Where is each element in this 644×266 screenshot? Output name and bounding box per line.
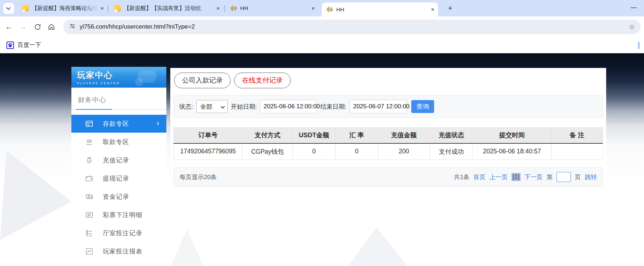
prev-page-link[interactable]: 上一页 [489,173,508,181]
cell-submit-time: 2025-06-06 18:40:57 [473,143,551,160]
withdraw-hand-icon [85,138,94,146]
chevron-right-icon: › [157,119,159,128]
sidebar-item-funds-records[interactable]: 资金记录 [71,187,166,206]
tab-close-icon[interactable]: × [311,5,315,11]
list-boxes-icon [85,229,94,237]
page-jump-input[interactable] [557,172,571,182]
cell-usdt-amount: 0 [292,143,335,160]
section-underline [71,109,166,110]
back-icon[interactable]: ← [4,22,14,31]
status-label: 状态: [179,103,193,111]
scrollbar-thumb[interactable] [638,42,640,49]
player-center-sidebar: 玩家中心 PLAYERS CENTER 财务中心 存款专区 › 取款专区 [71,67,166,266]
start-date-label: 开始日期: [231,103,257,111]
col-submit-time: 提交时间 [473,128,551,143]
reload-icon[interactable] [33,22,42,31]
forward-icon[interactable]: → [18,22,27,31]
webpage: 玩家中心 PLAYERS CENTER 财务中心 存款专区 › 取款专区 [0,53,644,266]
sidebar-header: 玩家中心 PLAYERS CENTER [71,67,166,88]
table-row: 1749206457796095 CGPay钱包 0 0 200 支付成功 20… [174,143,603,160]
payment-records-table: 订单号 支付方式 USDT金额 汇 率 充值金额 充值状态 提交时间 备 注 1… [173,127,603,160]
browser-tab-1[interactable]: 【新提醒】海燕策略论坛综合交 × [17,0,107,16]
filter-bar: 状态: 全部 开始日期: 2025-06-06 12:00:00 结束日期: 2… [173,95,603,118]
tab-title: HH [336,6,429,13]
start-date-input[interactable]: 2025-06-06 12:00:00 [260,100,317,113]
tab-separator [108,5,109,12]
forum-favicon-icon [22,5,29,11]
bookmark-star-icon[interactable]: ☆ [629,23,635,31]
sidebar-item-player-bet-report[interactable]: 玩家投注报表 [71,242,166,260]
tab-close-icon[interactable]: × [216,5,220,11]
cell-payment-method: CGPay钱包 [242,143,293,160]
browser-tab-3[interactable]: HH × [226,0,318,16]
new-tab-button[interactable]: + [445,3,456,14]
query-button[interactable]: 查询 [411,100,434,113]
pagination-controls: 共1条 首页 上一页 [1] 下一页 第 页 跳转 [454,172,597,182]
screen: 【新提醒】海燕策略论坛综合交 × 【新提醒】【实战有奖】活动统 × HH × H… [0,0,644,266]
sidebar-item-withdrawal-records[interactable]: 提现记录 [71,169,166,187]
jump-prefix-label: 第 [547,173,553,181]
browser-toolbar: ← → yl756.com/hhcp/usercenter.html?iniTy… [0,16,644,37]
gamepad-decoration-icon [135,78,143,86]
browser-tab-4-active[interactable]: HH × [322,3,438,16]
sidebar-item-label: 取款专区 [103,138,129,146]
col-order-id: 订单号 [174,128,242,143]
sidebar-item-label: 厅室投注记录 [103,229,142,237]
col-exchange-rate: 汇 率 [336,128,378,143]
banknotes-icon [85,192,94,201]
sidebar-item-withdraw-zone[interactable]: 取款专区 [71,133,166,151]
deposit-card-icon [85,119,94,128]
browser-tabstrip: 【新提醒】海燕策略论坛综合交 × 【新提醒】【实战有奖】活动统 × HH × H… [0,0,644,16]
col-remarks: 备 注 [551,128,603,143]
site-info-icon[interactable] [69,23,76,31]
bookmark-label: 百度一下 [17,41,41,49]
chart-icon [85,247,94,256]
cell-order-id: 1749206457796095 [174,143,242,160]
page-size-label: 每页显示20条 [180,173,217,181]
tab-online-payment-records[interactable]: 在线支付记录 [234,73,291,88]
url-text[interactable]: yl756.com/hhcp/usercenter.html?iniType=2 [80,23,629,30]
wallet-icon [85,174,94,183]
sidebar-item-recharge-records[interactable]: ¥ 充值记录 [71,151,166,169]
tab-title: 【新提醒】【实战有奖】活动统 [124,5,214,12]
list-card-icon [85,211,94,219]
tab-close-icon[interactable]: × [100,5,104,11]
tab-search-button[interactable] [3,3,14,14]
tab-close-icon[interactable]: × [431,6,434,13]
end-date-label: 结束日期: [320,103,346,111]
status-select[interactable]: 全部 [196,100,228,113]
jump-suffix-label: 页 [575,173,581,181]
money-bag-icon: ¥ [85,156,94,164]
pagination-bar: 每页显示20条 共1条 首页 上一页 [1] 下一页 第 页 跳转 [173,167,603,187]
background-triangle [171,229,203,266]
first-page-link[interactable]: 首页 [473,173,485,181]
svg-text:¥: ¥ [89,159,90,162]
end-date-input[interactable]: 2025-06-07 12:00:00 [349,100,407,113]
sidebar-item-deposit-zone[interactable]: 存款专区 › [71,115,166,133]
chevron-down-icon [6,5,11,10]
sidebar-section-label: 财务中心 [71,88,166,105]
background-triangle [0,151,71,240]
cell-remarks [551,143,603,160]
total-count: 共1条 [454,173,469,181]
current-page-indicator: [1] [512,173,520,181]
sidebar-item-lottery-bet-details[interactable]: 彩票下注明细 [71,206,166,224]
sidebar-item-label: 彩票下注明细 [103,211,142,219]
tab-company-deposit-records[interactable]: 公司入款记录 [174,73,231,88]
window-minimize-button[interactable]: — [629,4,638,13]
cell-recharge-amount: 200 [378,143,430,160]
sidebar-item-promo-application[interactable]: 优惠申请 [71,260,166,266]
jump-action-link[interactable]: 跳转 [585,173,597,181]
home-icon[interactable] [47,22,56,31]
sidebar-item-hall-bet-records[interactable]: 厅室投注记录 [71,224,166,242]
bookmark-baidu[interactable]: 百度一下 [6,41,41,49]
browser-tab-2[interactable]: 【新提醒】【实战有奖】活动统 × [109,0,223,16]
hh-favicon-icon [231,5,237,11]
address-bar[interactable]: yl756.com/hhcp/usercenter.html?iniType=2… [63,20,641,34]
col-usdt-amount: USDT金额 [292,128,335,143]
sidebar-item-label: 玩家投注报表 [103,247,142,256]
next-page-link[interactable]: 下一页 [524,173,543,181]
table-header-row: 订单号 支付方式 USDT金额 汇 率 充值金额 充值状态 提交时间 备 注 [174,128,603,143]
col-payment-method: 支付方式 [242,128,293,143]
sidebar-item-label: 存款专区 [103,119,129,128]
